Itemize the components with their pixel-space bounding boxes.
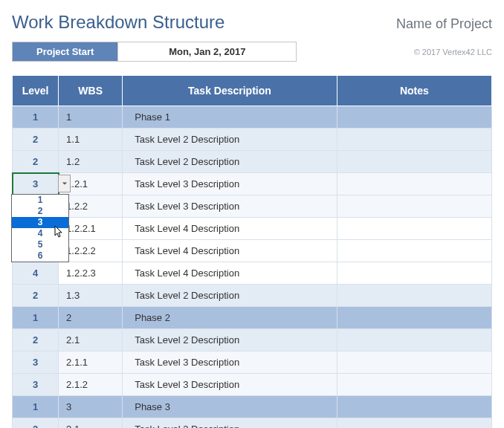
notes-cell[interactable] — [337, 329, 491, 351]
level-cell[interactable]: 4 — [13, 262, 59, 285]
wbs-cell[interactable]: 2.1.2 — [59, 374, 123, 396]
table-row: 12Phase 2 — [13, 307, 492, 329]
table-row: 1.2.2Task Level 3 Description — [13, 195, 492, 218]
level-cell[interactable]: 2 — [13, 329, 59, 351]
description-cell[interactable]: Task Level 4 Description — [123, 262, 337, 285]
notes-cell[interactable] — [337, 307, 491, 329]
table-row: 21.3Task Level 2 Description — [13, 285, 492, 307]
notes-cell[interactable] — [337, 396, 491, 418]
notes-cell[interactable] — [337, 374, 491, 396]
notes-cell[interactable] — [337, 129, 491, 151]
description-cell[interactable]: Phase 2 — [123, 307, 337, 329]
level-cell[interactable]: 3 — [13, 351, 59, 374]
project-start-date[interactable]: Mon, Jan 2, 2017 — [118, 42, 297, 62]
table-row: 11Phase 1 — [13, 106, 492, 129]
description-cell[interactable]: Phase 1 — [123, 106, 337, 129]
dropdown-option[interactable]: 1 — [12, 195, 68, 206]
description-cell[interactable]: Task Level 3 Description — [123, 374, 337, 396]
dropdown-option[interactable]: 5 — [12, 239, 68, 250]
col-level: Level — [13, 76, 59, 106]
table-row: 32.1.2Task Level 3 Description — [13, 374, 492, 396]
level-cell[interactable]: 2 — [13, 151, 59, 173]
table-row: 1.2.2.1Task Level 4 Description — [13, 218, 492, 240]
notes-cell[interactable] — [337, 418, 491, 429]
notes-cell[interactable] — [337, 106, 491, 129]
dropdown-option[interactable]: 6 — [12, 250, 68, 262]
level-cell[interactable]: 2 — [13, 129, 59, 151]
description-cell[interactable]: Task Level 3 Description — [123, 173, 337, 195]
dropdown-option[interactable]: 2 — [12, 206, 68, 217]
level-cell[interactable]: 1 — [13, 307, 59, 329]
dropdown-list[interactable]: 123456 — [11, 194, 69, 262]
col-notes: Notes — [337, 76, 491, 106]
description-cell[interactable]: Task Level 3 Description — [123, 195, 337, 218]
table-row: 41.2.2.3Task Level 4 Description — [13, 262, 492, 285]
notes-cell[interactable] — [337, 351, 491, 374]
table-row: 13Phase 3 — [13, 396, 492, 418]
wbs-cell[interactable]: 1.3 — [59, 285, 123, 307]
level-cell[interactable]: 3123456 — [13, 173, 59, 195]
project-start-row: Project Start Mon, Jan 2, 2017 © 2017 Ve… — [12, 42, 492, 62]
table-row: 1.2.2.2Task Level 4 Description — [13, 240, 492, 262]
table-row: 31234561.2.1Task Level 3 Description — [13, 173, 492, 195]
level-cell[interactable]: 2 — [13, 418, 59, 429]
wbs-cell[interactable]: 3 — [59, 396, 123, 418]
col-desc: Task Description — [123, 76, 337, 106]
col-wbs: WBS — [59, 76, 123, 106]
wbs-cell[interactable]: 1.2 — [59, 151, 123, 173]
wbs-cell[interactable]: 1.1 — [59, 129, 123, 151]
description-cell[interactable]: Task Level 3 Description — [123, 351, 337, 374]
notes-cell[interactable] — [337, 262, 491, 285]
level-cell[interactable]: 1 — [13, 106, 59, 129]
description-cell[interactable]: Task Level 2 Description — [123, 285, 337, 307]
wbs-table: Level WBS Task Description Notes 11Phase… — [12, 75, 492, 428]
dropdown-option[interactable]: 3 — [12, 217, 68, 228]
notes-cell[interactable] — [337, 218, 491, 240]
header: Work Breakdown Structure Name of Project — [12, 12, 492, 33]
table-row: 22.1Task Level 2 Description — [13, 329, 492, 351]
table-row: 21.2Task Level 2 Description — [13, 151, 492, 173]
description-cell[interactable]: Task Level 2 Description — [123, 151, 337, 173]
notes-cell[interactable] — [337, 195, 491, 218]
level-cell[interactable]: 1 — [13, 396, 59, 418]
page-title: Work Breakdown Structure — [12, 12, 224, 33]
wbs-cell[interactable]: 1.2.2.3 — [59, 262, 123, 285]
description-cell[interactable]: Task Level 2 Description — [123, 129, 337, 151]
wbs-cell[interactable]: 2.1.1 — [59, 351, 123, 374]
table-row: 23.1Task Level 2 Description — [13, 418, 492, 429]
description-cell[interactable]: Task Level 4 Description — [123, 240, 337, 262]
notes-cell[interactable] — [337, 240, 491, 262]
dropdown-option[interactable]: 4 — [12, 228, 68, 239]
wbs-cell[interactable]: 2.1 — [59, 329, 123, 351]
table-row: 32.1.1Task Level 3 Description — [13, 351, 492, 374]
wbs-cell[interactable]: 2 — [59, 307, 123, 329]
project-name: Name of Project — [396, 16, 492, 32]
description-cell[interactable]: Task Level 2 Description — [123, 418, 337, 429]
wbs-cell[interactable]: 3.1 — [59, 418, 123, 429]
notes-cell[interactable] — [337, 151, 491, 173]
copyright: © 2017 Vertex42 LLC — [414, 48, 492, 56]
description-cell[interactable]: Phase 3 — [123, 396, 337, 418]
level-cell[interactable]: 2 — [13, 285, 59, 307]
wbs-cell[interactable]: 1 — [59, 106, 123, 129]
table-row: 21.1Task Level 2 Description — [13, 129, 492, 151]
dropdown-button[interactable] — [58, 175, 71, 192]
description-cell[interactable]: Task Level 4 Description — [123, 218, 337, 240]
chevron-down-icon — [62, 181, 68, 187]
level-cell[interactable]: 3 — [13, 374, 59, 396]
project-start-label: Project Start — [12, 42, 118, 62]
description-cell[interactable]: Task Level 2 Description — [123, 329, 337, 351]
table-header-row: Level WBS Task Description Notes — [13, 76, 492, 106]
notes-cell[interactable] — [337, 285, 491, 307]
notes-cell[interactable] — [337, 173, 491, 195]
